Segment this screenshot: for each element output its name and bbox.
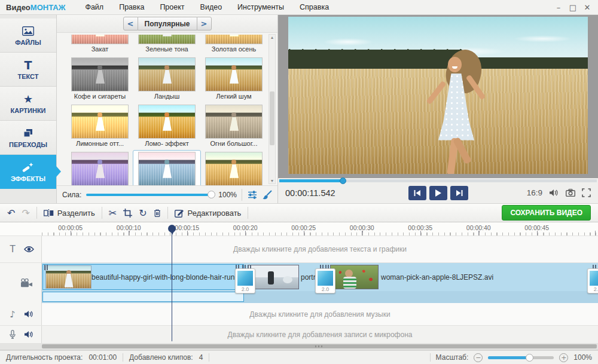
playhead-pin[interactable] <box>168 225 176 233</box>
video-clip-3[interactable] <box>330 265 379 289</box>
sidebar-item-files[interactable]: ФАЙЛЫ <box>0 19 56 53</box>
voice-track-header <box>0 326 42 343</box>
category-next-button[interactable]: > <box>197 17 212 30</box>
music-track-header: ♪ <box>0 303 42 325</box>
delete-button[interactable] <box>154 209 161 217</box>
split-button[interactable]: Разделить <box>44 209 95 218</box>
sidebar-item-text[interactable]: T ТЕКСТ <box>0 53 56 87</box>
playhead[interactable] <box>168 225 176 233</box>
transition-icon <box>318 271 333 286</box>
effect-item[interactable]: Огни большог... <box>200 103 267 148</box>
category-title[interactable]: Популярные <box>138 17 197 30</box>
minimize-button[interactable]: – <box>551 3 566 12</box>
voice-track-area[interactable]: Дважды кликните для добавления записи с … <box>42 326 598 343</box>
current-time: 00:00:11.542 <box>285 188 335 198</box>
snapshot-camera-icon[interactable] <box>566 189 575 197</box>
app-title-black: Видео <box>6 3 30 12</box>
effect-clear-brush-icon[interactable] <box>263 190 272 200</box>
effect-item[interactable]: Ломо- эффект <box>133 103 200 148</box>
video-track-lane: beautiful-happy-girl-with-long-blonde-ha… <box>42 263 598 302</box>
timeline-ruler[interactable]: 00:00:0500:00:1000:00:1500:00:2000:00:25… <box>0 222 598 236</box>
magic-wand-icon <box>22 161 35 173</box>
rotate-button[interactable]: ↻ <box>139 207 147 219</box>
clip-trim-handle[interactable] <box>44 265 48 270</box>
zoom-in-button[interactable]: + <box>559 353 568 362</box>
sidebar-item-label: ЭФФЕКТЫ <box>11 175 45 182</box>
effects-panel: < Популярные > Закат Зеленые тона Золота… <box>57 15 278 203</box>
scrollbar-thumb[interactable] <box>42 344 597 348</box>
strength-value: 100% <box>218 191 237 199</box>
effect-item[interactable]: Легкий шум <box>200 56 267 101</box>
eye-icon[interactable] <box>24 246 34 253</box>
menu-bar: Файл Правка Проект Видео Инструменты Спр… <box>77 3 337 11</box>
speaker-icon[interactable] <box>24 310 34 318</box>
text-track: T Дважды кликните для добавления текста … <box>0 236 598 263</box>
effect-thumbnail <box>71 57 129 91</box>
video-preview[interactable] <box>278 15 598 178</box>
scissors-button[interactable]: ✂ <box>109 207 117 219</box>
zoom-value: 100% <box>573 353 592 362</box>
menu-video[interactable]: Видео <box>193 3 230 11</box>
redo-button[interactable]: ↷ <box>22 207 29 219</box>
titlebar: ВидеоМОНТАЖ Файл Правка Проект Видео Инс… <box>0 0 598 15</box>
effects-scrollbar[interactable]: ▴ ▾ <box>269 34 276 184</box>
zoom-slider[interactable] <box>488 356 554 359</box>
prev-frame-button[interactable] <box>408 186 426 200</box>
video-clip-1[interactable]: beautiful-happy-girl-with-long-blonde-ha… <box>42 264 244 290</box>
effect-item[interactable]: Зеленые тона <box>133 33 200 54</box>
category-prev-button[interactable]: < <box>123 17 138 30</box>
scroll-down-icon[interactable]: ▾ <box>271 178 273 183</box>
image-icon <box>22 25 34 37</box>
undo-button[interactable]: ↶ <box>7 207 15 219</box>
scroll-up-icon[interactable]: ▴ <box>271 35 273 40</box>
zoom-label: Масштаб: <box>436 353 469 362</box>
music-track-area[interactable]: Дважды кликните для добавления музыки <box>42 303 598 325</box>
sidebar-item-transitions[interactable]: ПЕРЕХОДЫ <box>0 121 56 155</box>
effect-item[interactable]: Лимонные отт... <box>66 103 133 148</box>
zoom-out-button[interactable]: − <box>474 353 483 362</box>
next-frame-button[interactable] <box>450 186 468 200</box>
play-button[interactable] <box>429 186 447 200</box>
effect-item[interactable]: Цветной шум <box>200 151 267 185</box>
effect-settings-icon[interactable] <box>247 190 258 200</box>
edit-clip-button[interactable]: Редактировать <box>175 209 242 218</box>
effect-item-selected[interactable]: Холодный вечер <box>133 151 200 185</box>
text-track-area[interactable]: Дважды кликните для добавления текста и … <box>42 236 598 262</box>
text-track-header: T <box>0 236 42 262</box>
save-video-button[interactable]: СОХРАНИТЬ ВИДЕО <box>502 205 591 221</box>
microphone-icon <box>7 330 19 339</box>
speaker-icon[interactable] <box>24 331 34 338</box>
menu-edit[interactable]: Правка <box>111 3 152 11</box>
menu-file[interactable]: Файл <box>77 3 111 11</box>
close-button[interactable]: ✕ <box>580 3 594 12</box>
aspect-ratio[interactable]: 16:9 <box>527 188 542 197</box>
effect-item[interactable]: Кофе и сигареты <box>66 56 133 101</box>
crop-button[interactable] <box>123 209 132 218</box>
menu-project[interactable]: Проект <box>152 3 192 11</box>
app-title-blue: МОНТАЖ <box>30 3 66 12</box>
fullscreen-icon[interactable] <box>582 188 591 197</box>
menu-help[interactable]: Справка <box>292 3 337 11</box>
audio-strip-selected[interactable] <box>42 292 244 302</box>
video-girl <box>422 48 493 174</box>
transition-badge-3[interactable]: 2.0 <box>587 268 598 293</box>
video-clip-2[interactable] <box>248 265 299 289</box>
timeline-horizontal-scrollbar[interactable] <box>0 344 598 350</box>
effect-item[interactable]: Закат <box>66 33 133 54</box>
transition-badge-2[interactable]: 2.0 <box>315 268 335 293</box>
effect-thumbnail <box>71 152 129 185</box>
scrollbar-thumb[interactable] <box>270 91 274 145</box>
sidebar-item-effects[interactable]: ЭФФЕКТЫ <box>0 155 56 189</box>
effect-item[interactable]: Фиолетовый тон <box>66 151 133 185</box>
menu-tools[interactable]: Инструменты <box>230 3 292 11</box>
sidebar-item-pictures[interactable]: ★ КАРТИНКИ <box>0 87 56 121</box>
strength-slider[interactable] <box>86 194 213 196</box>
zoom-slider-thumb[interactable] <box>526 354 533 362</box>
transition-badge-1[interactable]: 2.0 <box>235 268 255 293</box>
preview-panel: 00:00:11.542 16:9 <box>278 15 598 203</box>
volume-icon[interactable] <box>549 189 559 197</box>
effect-item[interactable]: Ландыш <box>133 56 200 101</box>
strength-slider-thumb[interactable] <box>208 191 215 198</box>
effect-item[interactable]: Золотая осень <box>200 33 267 54</box>
maximize-button[interactable]: □ <box>566 3 580 12</box>
